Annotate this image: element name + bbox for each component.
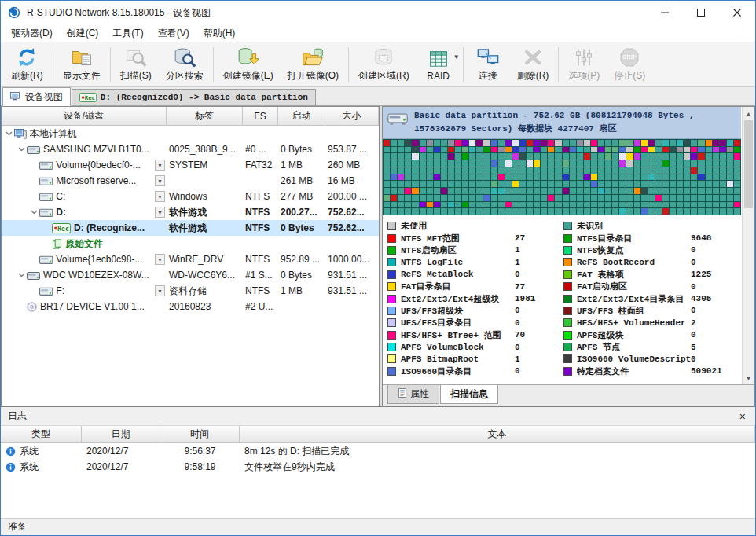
device-row-2[interactable]: Volume{0bedecf0-...▼SYSTEMFAT321 MB260 M… bbox=[2, 157, 379, 173]
menu-item-3[interactable]: 查看(V) bbox=[151, 25, 196, 42]
volume-dropdown-icon[interactable]: ▼ bbox=[155, 191, 165, 202]
column-header-label[interactable]: 标签 bbox=[167, 107, 243, 125]
map-block bbox=[605, 208, 611, 215]
toolbar-separator bbox=[463, 47, 464, 82]
map-block bbox=[476, 208, 483, 215]
device-row-8[interactable]: Volume{1ecb0c98-...▼WinRE_DRVNTFS952.89 … bbox=[2, 251, 379, 267]
column-header-fs[interactable]: FS bbox=[243, 107, 278, 125]
log-close-icon[interactable]: × bbox=[737, 411, 748, 422]
volume-dropdown-icon[interactable]: ▼ bbox=[155, 285, 165, 296]
log-type-cell: 系统 bbox=[1, 459, 82, 475]
toolbar-open-image-button[interactable]: 打开镜像(O) bbox=[281, 44, 346, 85]
toolbar-refresh-button[interactable]: 刷新(R) bbox=[4, 44, 50, 85]
menu-item-2[interactable]: 工具(T) bbox=[105, 25, 150, 42]
log-row-0[interactable]: 系统2020/12/79:56:378m 12s 的 D: 扫描已完成 bbox=[1, 443, 755, 459]
log-column-header-2[interactable]: 时间 bbox=[160, 426, 240, 442]
log-column-header-3[interactable]: 文本 bbox=[240, 426, 755, 442]
map-block bbox=[698, 174, 704, 181]
toolbar-create-image-button[interactable]: 创建镜像(E) bbox=[216, 44, 281, 85]
scan-legend: 未使用NTFS MFT范围27NTFS启动扇区1NTFS LogFile1ReF… bbox=[383, 215, 741, 384]
cell-size: 260 MB bbox=[325, 157, 379, 173]
column-header-boot[interactable]: 启动 bbox=[278, 107, 325, 125]
cell-label bbox=[167, 173, 243, 189]
volume-dropdown-icon[interactable]: ▼ bbox=[155, 254, 165, 265]
scroll-up-icon[interactable]: ▲ bbox=[743, 107, 754, 119]
expander-icon[interactable] bbox=[17, 147, 26, 152]
device-row-10[interactable]: F:▼资料存储NTFS1 MB931.51 ... bbox=[2, 283, 379, 299]
menu-item-4[interactable]: 帮助(H) bbox=[196, 25, 243, 42]
volume-dropdown-icon[interactable]: ▼ bbox=[155, 207, 165, 218]
expander-icon[interactable] bbox=[4, 131, 13, 136]
log-column-header-0[interactable]: 类型 bbox=[1, 426, 82, 442]
options-icon bbox=[572, 46, 596, 68]
toolbar-separator bbox=[53, 47, 53, 82]
toolbar-connect-button[interactable]: 连接 bbox=[466, 44, 510, 85]
expander-icon[interactable] bbox=[29, 210, 39, 215]
map-block bbox=[698, 140, 704, 146]
maximize-button[interactable] bbox=[683, 1, 719, 24]
map-block bbox=[527, 202, 533, 208]
drive-icon bbox=[387, 109, 409, 130]
map-block bbox=[655, 174, 662, 181]
map-block bbox=[519, 202, 526, 208]
column-header-device[interactable]: 设备/磁盘 bbox=[2, 107, 167, 125]
cell-label: 软件游戏 bbox=[167, 220, 243, 236]
map-block bbox=[420, 140, 426, 146]
tab-device-view[interactable]: 设备视图 bbox=[2, 87, 71, 106]
vertical-scrollbar[interactable]: ▲ ▼ bbox=[742, 107, 754, 384]
map-block bbox=[570, 167, 576, 174]
raid-icon bbox=[427, 48, 450, 70]
tab-scan-information[interactable]: 扫描信息 bbox=[440, 385, 498, 404]
device-row-11[interactable]: BR17 DEVICE V1.00 1...20160823#2 U... bbox=[2, 299, 379, 314]
device-row-1[interactable]: SAMSUNG MZVLB1T0...0025_388B_9...#0 ...0… bbox=[2, 141, 379, 157]
device-row-9[interactable]: WDC WD10EZEX-08W...WD-WCC6Y6...#1 S...0 … bbox=[2, 267, 379, 283]
partition-map[interactable] bbox=[383, 139, 741, 215]
tab-properties[interactable]: 属性 bbox=[387, 385, 439, 404]
device-cell: Microsoft reserve...▼ bbox=[2, 173, 167, 189]
map-block bbox=[476, 174, 483, 181]
map-block bbox=[706, 153, 712, 160]
scrollbar-thumb[interactable] bbox=[744, 120, 753, 208]
legend-item-right-3: ReFS BootRecord0 bbox=[563, 256, 739, 268]
device-row-0[interactable]: 本地计算机 bbox=[2, 126, 379, 141]
map-block bbox=[519, 167, 526, 174]
map-block bbox=[519, 147, 526, 153]
legend-swatch bbox=[563, 270, 572, 279]
minimize-button[interactable] bbox=[647, 1, 683, 24]
legend-right: 未识别NTFS目录条目9648NTFS恢复点0ReFS BootRecord0F… bbox=[563, 220, 739, 383]
partition-info-header: Basic data partition - 752.62 GB (808121… bbox=[383, 107, 741, 139]
map-block bbox=[519, 181, 526, 187]
volume-dropdown-icon[interactable]: ▼ bbox=[155, 175, 165, 186]
device-row-4[interactable]: C:▼WindowsNTFS277 MB200.00 ... bbox=[2, 189, 379, 204]
tab-partition-scan[interactable]: RecD: (Recognized0) -> Basic data partit… bbox=[72, 89, 316, 105]
map-block bbox=[534, 160, 540, 167]
log-column-header-1[interactable]: 日期 bbox=[82, 426, 160, 442]
map-block bbox=[548, 208, 554, 215]
map-block bbox=[434, 147, 440, 153]
column-header-size[interactable]: 大小 bbox=[325, 107, 379, 125]
device-row-3[interactable]: Microsoft reserve...▼261 MB16 MB bbox=[2, 173, 379, 189]
device-row-6[interactable]: RecD: (Recognize...软件游戏NTFS0 Bytes752.62… bbox=[2, 220, 379, 236]
menu-item-0[interactable]: 驱动器(D) bbox=[4, 25, 60, 42]
close-button[interactable] bbox=[719, 1, 755, 24]
dropdown-arrow-icon[interactable]: ▼ bbox=[453, 53, 460, 61]
map-block bbox=[655, 153, 662, 160]
map-block bbox=[398, 208, 404, 215]
map-block bbox=[591, 208, 597, 215]
volume-dropdown-icon[interactable]: ▼ bbox=[155, 160, 165, 171]
menu-item-1[interactable]: 创建(C) bbox=[60, 25, 106, 42]
device-row-5[interactable]: D:▼软件游戏NTFS200.27...752.62... bbox=[2, 204, 379, 220]
map-block bbox=[498, 153, 505, 160]
main-area: 设备/磁盘标签FS启动大小 本地计算机SAMSUNG MZVLB1T0...00… bbox=[1, 106, 755, 406]
log-row-1[interactable]: 系统2020/12/79:58:19文件枚举在9秒内完成 bbox=[1, 459, 755, 475]
legend-label: HFS/HFS+ BTree+ 范围 bbox=[401, 329, 515, 341]
scroll-down-icon[interactable]: ▼ bbox=[743, 372, 754, 384]
toolbar-show-files-button[interactable]: 显示文件 bbox=[56, 44, 108, 85]
legend-label: NTFS LogFile bbox=[401, 258, 515, 267]
legend-count: 1 bbox=[515, 354, 563, 364]
map-block bbox=[469, 195, 475, 201]
device-row-7[interactable]: 原始文件 bbox=[2, 236, 379, 251]
expander-icon[interactable] bbox=[17, 273, 26, 277]
toolbar-raid-button[interactable]: RAID▼ bbox=[417, 44, 461, 85]
toolbar-partition-search-button[interactable]: 分区搜索 bbox=[159, 44, 211, 85]
